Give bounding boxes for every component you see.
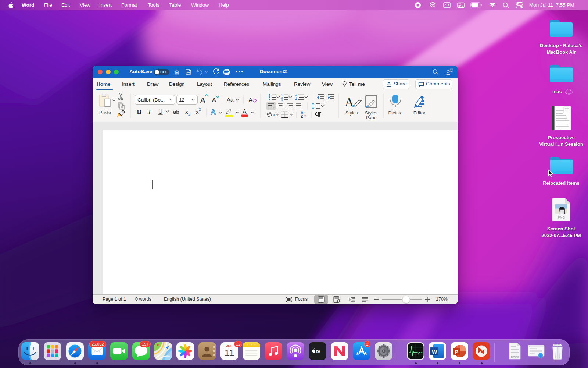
svg-text:A: A	[200, 96, 205, 104]
svg-text:Aa: Aa	[227, 96, 234, 103]
svg-text:x: x	[185, 109, 188, 115]
svg-text:x: x	[196, 109, 199, 115]
svg-text:3: 3	[281, 99, 283, 102]
svg-text:P: P	[455, 349, 458, 355]
svg-text:tv: tv	[316, 348, 320, 354]
svg-text:Z: Z	[301, 114, 303, 118]
svg-text:1: 1	[281, 94, 283, 96]
svg-text:PNG: PNG	[558, 216, 565, 219]
svg-text:A: A	[211, 108, 216, 116]
svg-text:A: A	[248, 97, 253, 104]
svg-text:A: A	[243, 109, 247, 115]
svg-text:12: 12	[179, 97, 184, 103]
svg-text:I: I	[148, 109, 151, 115]
svg-text:ab: ab	[173, 109, 179, 115]
svg-text:2: 2	[188, 112, 190, 116]
svg-text:A: A	[345, 95, 354, 109]
svg-text:U: U	[158, 109, 163, 115]
svg-text:DOCX: DOCX	[511, 355, 519, 359]
svg-text:B: B	[137, 109, 141, 116]
svg-text:W: W	[432, 348, 437, 355]
svg-text:l: l	[296, 96, 297, 99]
svg-text:Calibri (Bo...: Calibri (Bo...	[137, 97, 165, 103]
svg-text:2: 2	[281, 96, 283, 99]
svg-text:a: a	[295, 94, 297, 96]
svg-text:11: 11	[225, 347, 234, 358]
svg-text:A: A	[212, 97, 216, 103]
svg-text:2: 2	[199, 107, 201, 112]
